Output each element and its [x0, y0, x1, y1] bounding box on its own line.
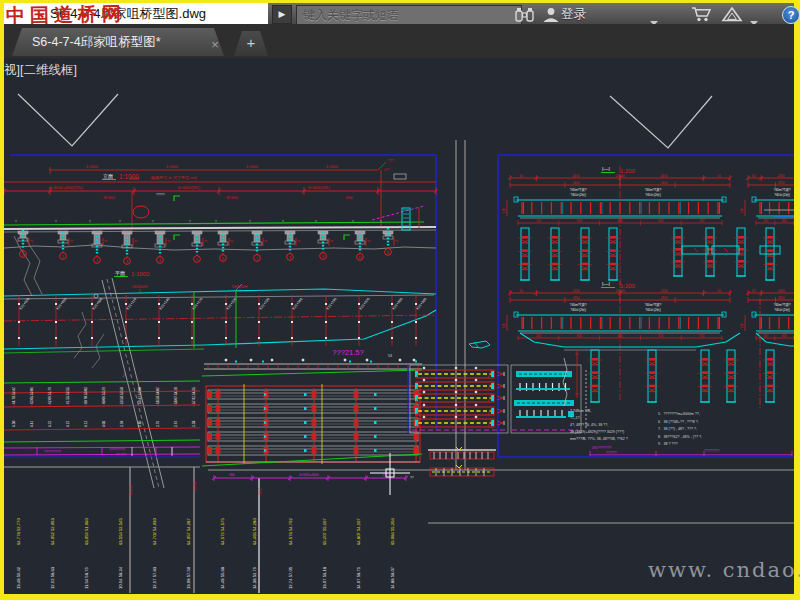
svg-text:2450: 2450	[778, 181, 785, 185]
svg-text:4×3000: 4×3000	[86, 165, 98, 169]
svg-text:63.059 51.060: 63.059 51.060	[84, 518, 89, 545]
svg-text:??: ??	[297, 240, 301, 244]
svg-text:13.07 56.18: 13.07 56.18	[322, 566, 327, 589]
svg-text:650: 650	[577, 219, 582, 223]
svg-text:2450: 2450	[572, 174, 579, 178]
svg-text:K21+140: K21+140	[159, 297, 171, 311]
search-input[interactable]: 键入关键字或短语	[296, 5, 522, 25]
svg-text:9、38 ? ???: 9、38 ? ???	[658, 442, 678, 446]
svg-text:I—I: I—I	[602, 166, 610, 172]
viewport-controls-label[interactable]: 视][二维线框]	[4, 62, 77, 79]
svg-text:??: ??	[410, 476, 414, 480]
svg-text:??: ??	[230, 240, 234, 244]
svg-text:10: 10	[358, 256, 362, 260]
svg-text:65.084 55.204: 65.084 55.204	[390, 518, 395, 545]
svg-text:???21.5?: ???21.5?	[332, 348, 363, 357]
svg-text:4?, 48?? 56, 4%, 38 ??,: 4?, 48?? 56, 4%, 38 ??,	[570, 423, 608, 427]
svg-text:2450: 2450	[778, 296, 785, 300]
svg-text:?40片(2联): ?40片(2联)	[645, 193, 661, 197]
cad-drawing: 立面1:1000(标高单位:m 尺寸单位:cm)???4×30003×30003…	[4, 58, 794, 594]
login-button[interactable]: 登录	[561, 6, 586, 23]
svg-text:2450: 2450	[660, 174, 667, 178]
drawing-canvas[interactable]: 视][二维线框] 立面1:1000(标高单位:m 尺寸单位:cm)???4×30…	[4, 58, 794, 594]
svg-text:10.94 58.24: 10.94 58.24	[118, 566, 123, 589]
svg-text:K21+350: K21+350	[392, 297, 404, 311]
svg-text:7: 7	[256, 257, 258, 261]
svg-text:? ?48cm ?高,: ? ?48cm ?高,	[570, 408, 591, 413]
svg-text:64.057 54.287: 64.057 54.287	[186, 518, 191, 545]
svg-text:52.787: 52.787	[193, 481, 197, 492]
app-window: S6-4-7-4邱家咀桥型图.dwg ▶ 键入关键字或短语 登录	[0, 0, 800, 600]
svg-text:?????: ?????	[156, 193, 165, 197]
break-marks	[18, 94, 712, 148]
svg-text:2450: 2450	[777, 289, 784, 293]
svg-text:?40m?T梁?: ?40m?T梁?	[774, 187, 791, 192]
svg-text:150: 150	[699, 219, 704, 223]
a360-pyramid-icon[interactable]	[720, 6, 742, 23]
svg-text:14.48 55.68: 14.48 55.68	[220, 566, 225, 589]
svg-text:300: 300	[229, 473, 235, 477]
svg-text:9: 9	[322, 255, 324, 259]
svg-text:64.465 54.280: 64.465 54.280	[252, 518, 257, 545]
svg-text:63.05 52.06: 63.05 52.06	[30, 387, 34, 404]
svg-text:650: 650	[658, 334, 663, 338]
svg-text:54.2: 54.2	[258, 488, 262, 495]
svg-text:64.579 54.575: 64.579 54.575	[220, 518, 225, 545]
svg-text:立面: 立面	[103, 173, 113, 180]
svg-text:50: 50	[752, 289, 756, 293]
crosshair-cursor	[370, 453, 410, 495]
svg-text:3.76: 3.76	[156, 421, 160, 427]
elevation-view: 立面1:1000(标高单位:m 尺寸单位:cm)???4×30003×30003…	[4, 159, 438, 296]
svg-text:2450: 2450	[661, 181, 668, 185]
svg-text:3.67: 3.67	[174, 421, 178, 427]
svg-text:12.92 58.63: 12.92 58.63	[50, 566, 55, 589]
help-icon[interactable]: ?	[782, 6, 800, 24]
svg-text:??: ??	[330, 240, 334, 244]
search-binoculars-icon[interactable]	[514, 6, 536, 23]
svg-text:5、???????m=3000m ??,: 5、???????m=3000m ??,	[658, 412, 700, 416]
svg-text:?: ?	[315, 220, 317, 224]
cart-icon[interactable]	[690, 6, 712, 23]
svg-text:8、38???62? , 48% , (?? ?,: 8、38???62? , 48% , (?? ?,	[658, 435, 702, 439]
svg-text:0: 0	[22, 253, 24, 257]
svg-text:12.74 57.05: 12.74 57.05	[288, 566, 293, 589]
profile-strip: 64.78 52.4263.05 52.0662.09 51.7961.55 5…	[4, 381, 200, 457]
svg-text:2450: 2450	[660, 289, 667, 293]
svg-text:mm???高, ?7%, 38, 48??38, ??62: mm???高, ?7%, 38, 48??38, ??62 ?	[570, 436, 628, 441]
tab-close-icon[interactable]: ×	[208, 38, 222, 52]
border-right	[794, 0, 800, 600]
svg-text:4.12: 4.12	[84, 421, 88, 427]
expand-button[interactable]: ▶	[272, 5, 292, 24]
svg-text:63.554 52.545: 63.554 52.545	[118, 518, 123, 545]
login-dropdown-icon[interactable]	[650, 12, 658, 18]
svg-text:150: 150	[763, 219, 768, 223]
svg-text:4.21: 4.21	[66, 421, 70, 427]
svg-text:650: 650	[782, 334, 787, 338]
svg-text:50: 50	[752, 174, 756, 178]
svg-text:K21+110: K21+110	[126, 297, 138, 310]
svg-text:K21+290: K21+290	[326, 297, 338, 311]
file-tab-active[interactable]: S6-4-7-4邱家咀桥型图* ×	[12, 28, 224, 56]
svg-text:3.85: 3.85	[138, 421, 142, 427]
a360-dropdown-icon[interactable]	[750, 12, 758, 18]
svg-text:14.07 58.71: 14.07 58.71	[356, 566, 361, 589]
svg-text:3: 3	[126, 260, 128, 264]
svg-text:62.09 51.79: 62.09 51.79	[48, 387, 52, 404]
svg-text:12.97 57.83: 12.97 57.83	[152, 566, 157, 589]
svg-text:K21+260: K21+260	[292, 297, 304, 311]
new-tab-button[interactable]: +	[234, 31, 268, 56]
svg-text:13.08 57.50: 13.08 57.50	[186, 566, 191, 589]
cross-section-1: I—I1:2005024502440024505024502450?40m?T梁…	[502, 166, 748, 285]
svg-text:64.78 52.42: 64.78 52.42	[12, 387, 16, 404]
svg-text:I—I: I—I	[602, 281, 610, 287]
svg-text:59.58 53.58: 59.58 53.58	[120, 387, 124, 404]
svg-text:DK3000H: DK3000H	[132, 285, 148, 289]
svg-text:650: 650	[782, 219, 787, 223]
svg-text:K21+380: K21+380	[416, 297, 428, 311]
svg-text:50: 50	[717, 289, 721, 293]
svg-text:?????????: ?????????	[109, 448, 125, 452]
svg-text:2: 2	[96, 259, 98, 263]
user-icon[interactable]	[541, 6, 563, 23]
svg-text:4%???????: 4%???????	[592, 446, 611, 450]
svg-text:56.257: 56.257	[129, 484, 133, 495]
